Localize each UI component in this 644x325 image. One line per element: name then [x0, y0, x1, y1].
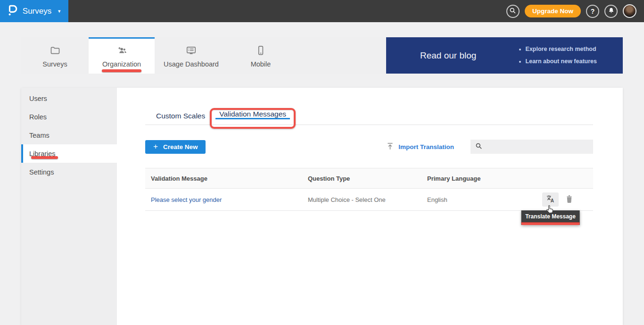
- search-icon: [475, 142, 482, 151]
- blog-banner[interactable]: Read our blog Explore research method Le…: [386, 37, 623, 74]
- annotation-underline-tooltip: [521, 222, 580, 225]
- smartphone-icon: [255, 45, 266, 58]
- question-mark-icon: ?: [591, 8, 595, 15]
- import-translation-label: Import Translation: [398, 143, 454, 150]
- translate-message-button[interactable]: A Translate Message: [542, 192, 559, 207]
- upgrade-now-button[interactable]: Upgrade Now: [525, 5, 581, 17]
- translate-tooltip: Translate Message: [521, 210, 580, 225]
- header-question-type: Question Type: [308, 175, 427, 182]
- sidebar-item-libraries[interactable]: Libraries: [21, 144, 117, 163]
- annotation-underline-organization: [102, 69, 141, 72]
- sidebar-item-teams[interactable]: Teams: [21, 126, 117, 144]
- module-tab-mobile[interactable]: Mobile: [228, 37, 294, 74]
- module-nav-row: Surveys Organization: [21, 37, 623, 74]
- dashboard-monitor-icon: [185, 45, 197, 58]
- module-tabstrip: Surveys Organization: [21, 37, 386, 74]
- notifications-button[interactable]: [604, 5, 618, 18]
- blog-bullet: Learn about new features: [526, 56, 597, 68]
- sidebar-item-settings[interactable]: Settings: [21, 163, 117, 181]
- tab-validation-messages[interactable]: Validation Messages: [215, 108, 290, 119]
- import-translation-link[interactable]: Import Translation: [386, 142, 454, 152]
- sidebar-item-roles[interactable]: Roles: [21, 108, 117, 126]
- blog-banner-title[interactable]: Read our blog: [420, 50, 476, 61]
- module-tab-label: Usage Dashboard: [164, 60, 219, 68]
- table-search-box[interactable]: [471, 140, 593, 154]
- blog-banner-bullets: Explore research method Learn about new …: [517, 43, 597, 67]
- upload-icon: [386, 142, 394, 152]
- tab-validation-messages-wrap: Validation Messages: [215, 110, 290, 125]
- search-button[interactable]: [506, 5, 520, 18]
- tab-custom-scales[interactable]: Custom Scales: [152, 110, 209, 125]
- validation-messages-table: Validation Message Question Type Primary…: [145, 168, 593, 211]
- organization-sidebar: Users Roles Teams Libraries Settings: [21, 88, 117, 325]
- delete-button[interactable]: [565, 194, 573, 205]
- search-input[interactable]: [486, 140, 593, 154]
- sidebar-item-label: Users: [29, 95, 47, 102]
- row-actions: A Translate Message: [542, 192, 593, 207]
- blog-bullet: Explore research method: [526, 43, 597, 56]
- module-tab-label: Mobile: [251, 60, 271, 68]
- translate-tooltip-label: Translate Message: [521, 210, 580, 222]
- create-new-label: Create New: [163, 143, 198, 150]
- module-tab-label: Organization: [102, 60, 141, 68]
- sidebar-item-label: Roles: [29, 113, 47, 121]
- question-type-cell: Multiple Choice - Select One: [308, 196, 427, 203]
- translate-icon: A: [545, 194, 555, 205]
- module-tab-usage-dashboard[interactable]: Usage Dashboard: [155, 37, 228, 74]
- sidebar-item-users[interactable]: Users: [21, 89, 117, 108]
- annotation-underline-libraries: [31, 156, 58, 159]
- caret-down-icon: ▼: [57, 9, 61, 14]
- topbar: Surveys ▼ Upgrade Now ?: [0, 0, 644, 22]
- user-avatar[interactable]: [623, 4, 636, 18]
- help-button[interactable]: ?: [586, 5, 599, 18]
- module-tab-organization[interactable]: Organization: [89, 37, 155, 74]
- sidebar-item-label: Teams: [29, 132, 50, 139]
- app-logo-product-switcher[interactable]: Surveys ▼: [0, 0, 68, 22]
- organization-panel: Users Roles Teams Libraries Settings Cus…: [21, 88, 623, 325]
- module-tab-label: Surveys: [42, 60, 67, 68]
- brand-p-logo-icon: [7, 3, 18, 19]
- plus-icon: +: [153, 142, 158, 151]
- table-header-row: Validation Message Question Type Primary…: [145, 168, 593, 189]
- create-new-button[interactable]: + Create New: [145, 140, 206, 154]
- libraries-content: Custom Scales Validation Messages + Crea…: [117, 88, 623, 325]
- libraries-tabs: Custom Scales Validation Messages: [145, 110, 593, 125]
- svg-text:A: A: [551, 198, 554, 203]
- validation-message-link[interactable]: Please select your gender: [151, 196, 222, 203]
- toolbar: + Create New Import Translation: [145, 140, 593, 154]
- topbar-actions: Upgrade Now ?: [506, 4, 644, 18]
- bell-icon: [608, 7, 615, 16]
- product-name: Surveys: [23, 7, 51, 16]
- header-primary-language: Primary Language: [427, 175, 542, 182]
- search-icon: [509, 7, 516, 16]
- module-tab-surveys[interactable]: Surveys: [21, 37, 89, 74]
- table-row: Please select your gender Multiple Choic…: [145, 189, 593, 211]
- header-validation-message: Validation Message: [145, 175, 308, 182]
- folder-icon: [50, 45, 61, 58]
- primary-language-cell: English: [427, 196, 542, 203]
- trash-icon: [565, 194, 573, 205]
- add-people-icon: [116, 45, 128, 58]
- sidebar-item-label: Settings: [29, 168, 54, 176]
